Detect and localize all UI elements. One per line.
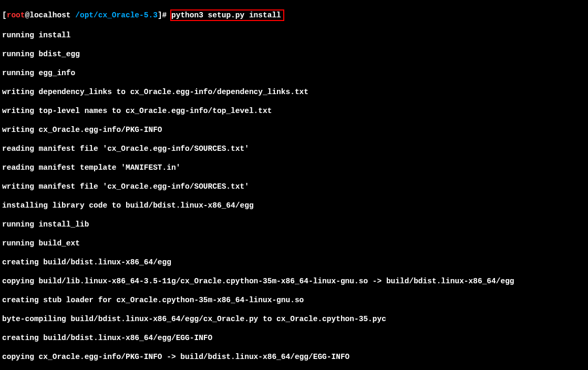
bracket-open: [ — [2, 11, 7, 19]
output-line: copying cx_Oracle.egg-info/PKG-INFO -> b… — [2, 352, 586, 362]
output-line: running egg_info — [2, 68, 586, 78]
output-line: creating build/bdist.linux-x86_64/egg — [2, 258, 586, 267]
output-line: running install_lib — [2, 220, 586, 229]
output-line: writing top-level names to cx_Oracle.egg… — [2, 106, 586, 116]
output-line: creating build/bdist.linux-x86_64/egg/EG… — [2, 333, 586, 343]
host: localhost — [29, 11, 75, 19]
output-line: running bdist_egg — [2, 49, 586, 59]
user: root — [7, 11, 25, 19]
output-line: running build_ext — [2, 239, 586, 248]
output-line: reading manifest template 'MANIFEST.in' — [2, 163, 586, 172]
at-sign: @ — [25, 11, 30, 19]
highlight-box-command: python3 setup.py install — [170, 9, 284, 21]
output-line: writing cx_Oracle.egg-info/PKG-INFO — [2, 125, 586, 135]
cwd-path: /opt/cx_Oracle-5.3 — [75, 11, 158, 19]
output-line: running install — [2, 30, 586, 40]
command-text: python3 setup.py install — [171, 11, 281, 19]
output-line: reading manifest file 'cx_Oracle.egg-inf… — [2, 144, 586, 153]
output-line: writing dependency_links to cx_Oracle.eg… — [2, 87, 586, 97]
bracket-close: ] — [158, 11, 162, 19]
output-line: byte-compiling build/bdist.linux-x86_64/… — [2, 314, 586, 324]
output-line: installing library code to build/bdist.l… — [2, 201, 586, 210]
terminal[interactable]: [root@localhost /opt/cx_Oracle-5.3]# pyt… — [0, 0, 588, 370]
output-line: creating stub loader for cx_Oracle.cpyth… — [2, 295, 586, 305]
output-line: copying build/lib.linux-x86_64-3.5-11g/c… — [2, 276, 586, 286]
output-line: writing manifest file 'cx_Oracle.egg-inf… — [2, 182, 586, 191]
prompt-line-1: [root@localhost /opt/cx_Oracle-5.3]# pyt… — [2, 9, 586, 21]
